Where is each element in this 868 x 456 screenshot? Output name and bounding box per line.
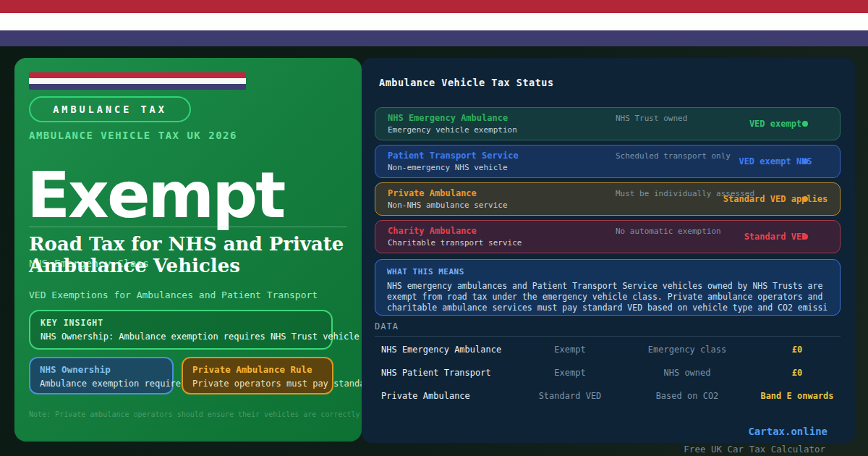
status-dot-icon — [802, 196, 808, 202]
status-dot-icon — [802, 159, 808, 164]
table-row: NHS Patient Transport Exempt NHS owned £… — [375, 362, 841, 385]
top-bar-purple — [0, 30, 868, 46]
status-badge: VED exempt NHS — [711, 145, 840, 177]
key-insight-box: KEY INSIGHT NHS Ownership: Ambulance exe… — [29, 310, 333, 350]
table-cell-basis: Based on CO2 — [637, 391, 738, 401]
card-private-rule-text: Private operators must pay standard — [192, 379, 332, 389]
row-title: Patient Transport Service — [388, 151, 519, 161]
row-description: Charitable transport service — [388, 238, 522, 248]
top-bar-white — [0, 13, 868, 30]
flag-stripe-navy — [29, 84, 246, 90]
status-dot-icon — [802, 121, 808, 127]
status-row-patient-transport: Patient Transport Service Non-emergency … — [375, 145, 841, 178]
table-cell-name: Private Ambulance — [381, 391, 470, 401]
status-badge: Standard VED applies — [711, 183, 840, 215]
table-cell-value: £0 — [754, 345, 841, 355]
footnote: Note: Private ambulance operators should… — [29, 410, 362, 418]
table-cell-basis: Emergency class — [637, 345, 738, 355]
status-badge: Standard VED — [711, 221, 840, 253]
flag-stripe-white — [29, 78, 246, 84]
table-cell-value: Band E onwards — [754, 391, 841, 401]
badge-label: AMBULANCE TAX — [53, 104, 167, 115]
data-divider — [375, 336, 841, 337]
ambulance-tax-badge: AMBULANCE TAX — [29, 96, 191, 122]
status-row-private-ambulance: Private Ambulance Non-NHS ambulance serv… — [375, 182, 841, 216]
page-title: Road Tax for NHS and Private Ambulance V… — [29, 233, 356, 276]
status-dot-icon — [802, 234, 808, 240]
table-cell-name: NHS Emergency Ambulance — [381, 345, 501, 355]
key-insight-text: NHS Ownership: Ambulance exemption requi… — [41, 332, 331, 342]
what-this-means-box: WHAT THIS MEANS NHS emergency ambulances… — [375, 259, 841, 316]
status-badge: VED exempt — [711, 108, 840, 140]
row-detail: NHS Trust owned — [616, 114, 687, 123]
row-description: Non-emergency NHS vehicle — [388, 163, 508, 172]
row-description: Emergency vehicle exemption — [388, 125, 517, 135]
status-text: Standard VED applies — [723, 194, 828, 204]
card-nhs-ownership: NHS Ownership Ambulance exemption requir… — [29, 357, 174, 394]
row-title: NHS Emergency Ambulance — [388, 113, 508, 123]
status-row-charity-ambulance: Charity Ambulance Charitable transport s… — [375, 220, 841, 253]
row-description: Non-NHS ambulance service — [388, 200, 508, 210]
table-cell-scheme: Standard VED — [519, 391, 621, 401]
row-title: Private Ambulance — [388, 188, 477, 198]
flag-stripe-red — [29, 72, 246, 78]
table-cell-name: NHS Patient Transport — [381, 368, 491, 378]
table-cell-basis: NHS owned — [637, 368, 738, 378]
site-tagline: Free UK Car Tax Calculator — [684, 444, 825, 455]
data-section-label: DATA — [375, 321, 399, 332]
table-cell-scheme: Exempt — [519, 368, 621, 378]
status-text: VED exempt NHS — [739, 156, 812, 166]
uk-flag-stripes — [29, 72, 246, 90]
table-row: Private Ambulance Standard VED Based on … — [375, 385, 841, 408]
table-row: NHS Emergency Ambulance Exempt Emergency… — [375, 339, 841, 362]
status-text: Standard VED — [744, 232, 807, 242]
table-cell-value: £0 — [754, 368, 841, 378]
card-nhs-ownership-text: Ambulance exemption requires NHS — [40, 379, 172, 389]
table-cell-scheme: Exempt — [519, 345, 621, 355]
row-detail: No automatic exemption — [616, 227, 721, 236]
row-title: Charity Ambulance — [388, 226, 477, 236]
card-private-rule: Private Ambulance Rule Private operators… — [182, 357, 333, 394]
status-row-nhs-emergency: NHS Emergency Ambulance Emergency vehicl… — [375, 107, 841, 140]
left-panel: AMBULANCE TAX AMBULANCE VEHICLE TAX UK 2… — [14, 58, 362, 442]
status-text: VED exempt — [749, 119, 801, 129]
status-panel-title: Ambulance Vehicle Tax Status — [379, 77, 554, 88]
page-subtitle: VED Exemptions for Ambulances and Patien… — [29, 290, 318, 300]
key-insight-label: KEY INSIGHT — [41, 318, 331, 328]
card-nhs-ownership-title: NHS Ownership — [40, 364, 172, 375]
brand-link[interactable]: Cartax.online — [748, 426, 827, 437]
top-bar-red — [0, 0, 868, 13]
what-this-means-label: WHAT THIS MEANS — [387, 267, 828, 276]
page: AMBULANCE TAX AMBULANCE VEHICLE TAX UK 2… — [0, 0, 868, 456]
what-this-means-text: NHS emergency ambulances and Patient Tra… — [387, 281, 828, 313]
divider-line — [29, 227, 347, 227]
status-panel: Ambulance Vehicle Tax Status NHS Emergen… — [362, 58, 855, 443]
card-private-rule-title: Private Ambulance Rule — [192, 364, 332, 375]
